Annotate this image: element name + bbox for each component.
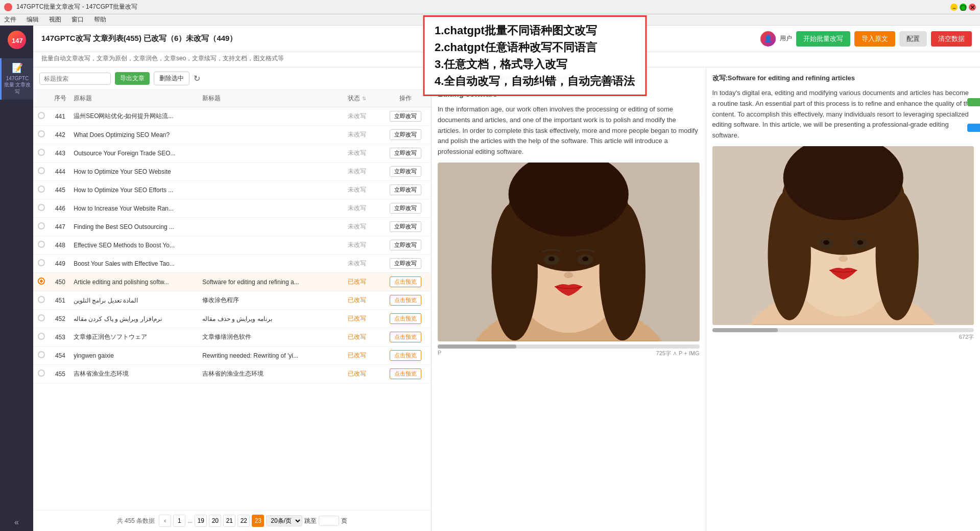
row-action[interactable]: 点击预览 [379, 310, 431, 328]
row-action[interactable]: 立即改写 [379, 144, 431, 163]
original-panel-content: Editing software In the information age,… [438, 88, 700, 157]
row-action[interactable]: 立即改写 [379, 255, 431, 273]
menu-file[interactable]: 文件 [2, 14, 18, 25]
page-dots-1: ... [187, 517, 193, 524]
row-status: 未改写 [334, 236, 379, 255]
print-float-button[interactable]: 打印 [967, 98, 980, 106]
row-action[interactable]: 点击预览 [379, 328, 431, 347]
page-23[interactable]: 23 [252, 515, 264, 527]
export-button[interactable]: 导出文章 [115, 72, 150, 85]
row-radio[interactable] [33, 328, 50, 347]
page-1[interactable]: 1 [173, 515, 185, 527]
table-row: 448 Effective SEO Methods to Boost Yo...… [33, 236, 431, 255]
original-heading: Editing software [438, 88, 700, 100]
row-action[interactable]: 立即改写 [379, 181, 431, 199]
row-radio[interactable] [33, 291, 50, 310]
row-action[interactable]: 点击预览 [379, 347, 431, 365]
row-action[interactable]: 立即改写 [379, 218, 431, 236]
row-status: 已改写 [334, 310, 379, 328]
row-radio[interactable] [33, 236, 50, 255]
table-row: 446 How to Increase Your Website Ran... … [33, 199, 431, 218]
page-20[interactable]: 20 [209, 515, 221, 527]
table-row: 444 How to Optimize Your SEO Website 未改写… [33, 163, 431, 181]
row-orig: yingwen gaixie [70, 347, 199, 365]
menu-view[interactable]: 视图 [47, 14, 63, 25]
close-button[interactable]: ✕ [969, 4, 976, 11]
row-action[interactable]: 点击预览 [379, 273, 431, 291]
table-row: 443 Outsource Your Foreign Trade SEO... … [33, 144, 431, 163]
header-title-group: 147GPTC改写 文章列表(455) 已改写（6）未改写（449） [41, 34, 237, 43]
per-page-select[interactable]: 20条/页 [266, 515, 302, 526]
config-button[interactable]: 配置 [899, 31, 927, 47]
table-row: 451 المادة تعديل برامج التلوين 修改涂色程序 已改… [33, 291, 431, 310]
row-orig: Boost Your Sales with Effective Tao... [70, 255, 199, 273]
original-body: In the information age, our work often i… [438, 104, 700, 157]
menu-edit[interactable]: 编辑 [25, 14, 41, 25]
row-status: 未改写 [334, 181, 379, 199]
minimize-button[interactable]: － [950, 4, 958, 11]
table-row: 455 吉林省渔业生态环境 吉林省的渔业生态环境 已改写 点击预览 [33, 365, 431, 383]
page-22[interactable]: 22 [237, 515, 250, 527]
row-id: 449 [50, 255, 70, 273]
svg-point-26 [823, 240, 829, 245]
row-radio[interactable] [33, 365, 50, 383]
chat-float-button[interactable]: 文改 [967, 124, 980, 132]
row-radio[interactable] [33, 126, 50, 144]
row-radio[interactable] [33, 255, 50, 273]
row-new [199, 218, 334, 236]
row-orig: How to Increase Your Website Ran... [70, 199, 199, 218]
row-radio[interactable] [33, 310, 50, 328]
row-radio[interactable] [33, 144, 50, 163]
row-new [199, 107, 334, 126]
article-table: 序号 原标题 新标题 状态 ⇅ 操作 441 温州SEO网站优化-如何提升网站流… [33, 90, 431, 383]
row-radio[interactable] [33, 107, 50, 126]
col-new-header: 新标题 [199, 90, 334, 107]
row-radio[interactable] [33, 347, 50, 365]
row-action[interactable]: 立即改写 [379, 236, 431, 255]
goto-input[interactable] [319, 516, 339, 526]
sidebar-collapse-btn[interactable]: « [14, 518, 19, 527]
row-radio[interactable] [33, 273, 50, 291]
delete-button[interactable]: 删除选中 [154, 72, 189, 85]
page-21[interactable]: 21 [223, 515, 235, 527]
menu-help[interactable]: 帮助 [92, 14, 108, 25]
row-action[interactable]: 点击预览 [379, 365, 431, 383]
row-status: 已改写 [334, 273, 379, 291]
row-new [199, 199, 334, 218]
row-action[interactable]: 立即改写 [379, 199, 431, 218]
row-action[interactable]: 点击预览 [379, 291, 431, 310]
row-new: 吉林省的渔业生态环境 [199, 365, 334, 383]
row-action[interactable]: 立即改写 [379, 107, 431, 126]
row-id: 445 [50, 181, 70, 199]
page-suffix: 页 [341, 517, 347, 525]
menu-window[interactable]: 窗口 [69, 14, 86, 25]
rewritten-panel-content: In today's digital era, editing and modi… [712, 88, 974, 141]
sidebar-nav-article[interactable]: 📝 147GPTC批量 文章改写 [0, 58, 33, 100]
row-radio[interactable] [33, 218, 50, 236]
col-orig-header: 原标题 [70, 90, 199, 107]
content-row: 导出文章 删除选中 ↻ 序号 原标题 新标题 状态 ⇅ [33, 67, 980, 531]
start-batch-button[interactable]: 开始批量改写 [796, 31, 850, 47]
row-radio[interactable] [33, 199, 50, 218]
article-icon: 📝 [4, 62, 31, 74]
row-orig: Article editing and polishing softw... [70, 273, 199, 291]
search-input[interactable] [39, 73, 111, 85]
original-panel-title: 原文:Article editing and polishing softwar… [438, 74, 700, 83]
page-19[interactable]: 19 [195, 515, 207, 527]
row-orig: المادة تعديل برامج التلوين [70, 291, 199, 310]
sidebar-logo: 147 [7, 30, 27, 50]
maximize-button[interactable]: ▢ [960, 4, 967, 11]
row-radio[interactable] [33, 181, 50, 199]
row-action[interactable]: 立即改写 [379, 163, 431, 181]
row-radio[interactable] [33, 163, 50, 181]
page-prev[interactable]: ‹ [159, 515, 171, 527]
window-controls[interactable]: － ▢ ✕ [950, 4, 976, 11]
row-id: 450 [50, 273, 70, 291]
header-actions: 👤 用户 开始批量改写 导入原文 配置 清空数据 [760, 31, 972, 47]
refresh-icon[interactable]: ↻ [194, 74, 200, 83]
row-action[interactable]: 立即改写 [379, 126, 431, 144]
row-status: 未改写 [334, 144, 379, 163]
clear-button[interactable]: 清空数据 [931, 31, 972, 47]
col-op-header: 操作 [379, 90, 431, 107]
import-button[interactable]: 导入原文 [854, 31, 895, 47]
